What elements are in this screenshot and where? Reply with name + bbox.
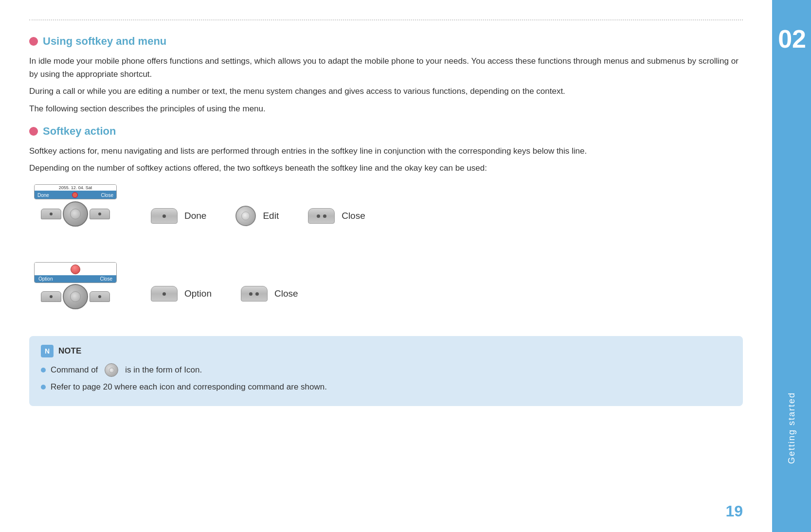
softkey-dot: [162, 214, 166, 218]
section1-title-text: Using softkey and menu: [43, 35, 166, 48]
phone-close-label: Close: [101, 193, 113, 198]
softkey-option-label: Option: [184, 288, 212, 299]
page-number: 19: [725, 502, 743, 520]
section1-para2: During a call or while you are editing a…: [29, 85, 743, 98]
phone-icon-circle: [72, 192, 78, 198]
dot-1: [317, 214, 320, 218]
section1-para3: The following section describes the prin…: [29, 102, 743, 115]
note-bullet-2: [41, 385, 46, 390]
option-left-label: Option: [38, 276, 53, 282]
note-header: N NOTE: [41, 345, 729, 357]
softkey-edit-label: Edit: [263, 211, 279, 221]
key-done: Done: [151, 208, 206, 224]
softkey-done-icon: [151, 208, 178, 224]
note-bullet-1: [41, 368, 46, 372]
option-icon-row: [35, 263, 116, 275]
note-title: NOTE: [58, 346, 81, 356]
main-content: Using softkey and menu In idle mode your…: [0, 0, 772, 532]
ok-inline-icon: [105, 363, 118, 377]
phone-left-softkey: [41, 209, 61, 219]
section1-bullet: [29, 37, 38, 46]
phone-screen-1: 2055. 12. 04. Sat Done Close: [34, 184, 117, 199]
key-option: Option: [151, 286, 212, 301]
softkey-close-label: Close: [342, 211, 365, 221]
page-container: Using softkey and menu In idle mode your…: [0, 0, 811, 532]
note-icon: N: [41, 345, 54, 357]
section-softkey-action: Softkey action Softkey actions for, menu…: [29, 125, 743, 406]
section2-title: Softkey action: [29, 125, 743, 138]
softkey-done-label: Done: [184, 211, 206, 221]
option-icon: [71, 265, 80, 274]
section1-para1: In idle mode your mobile phone offers fu…: [29, 54, 743, 81]
phone-row-2: Option Close: [29, 262, 743, 325]
softkey-option-icon: [151, 286, 178, 301]
phone-left-softkey-2: [41, 291, 61, 302]
section2-title-text: Softkey action: [43, 125, 116, 138]
dot-2: [323, 214, 326, 218]
sidebar-label: Getting started: [787, 392, 797, 464]
softkey-close2-label: Close: [274, 288, 298, 299]
softkey-option-dot: [162, 292, 166, 296]
note-text-2: Refer to page 20 where each icon and cor…: [51, 381, 327, 393]
phone-screen-2: Option Close: [34, 262, 117, 283]
phone-keypad-2: [41, 284, 110, 309]
phone-nav-circle-2: [63, 284, 88, 309]
softkey-close-icon: [308, 208, 335, 224]
key-close-2: Close: [241, 286, 298, 301]
section2-bullet: [29, 127, 38, 136]
option-right-label: Close: [100, 276, 112, 282]
section-using-softkey: Using softkey and menu In idle mode your…: [29, 35, 743, 115]
note-item-2: Refer to page 20 where each icon and cor…: [41, 381, 729, 393]
phone-nav-inner-2: [70, 291, 81, 302]
phone-row-1: 2055. 12. 04. Sat Done Close: [29, 184, 743, 248]
note-box: N NOTE Command of is in the form of Icon…: [29, 336, 743, 406]
note-text-before-icon: Command of: [51, 364, 98, 376]
phone-keypad-1: [41, 201, 110, 227]
phone-right-softkey-2: [90, 291, 110, 302]
section1-title: Using softkey and menu: [29, 35, 743, 48]
phone-nav-inner: [70, 209, 81, 219]
ok-inline-inner: [109, 368, 114, 373]
note-item-1: Command of is in the form of Icon.: [41, 363, 729, 377]
phone-mockup-1: 2055. 12. 04. Sat Done Close: [29, 184, 122, 248]
option-screen-header: Option Close: [35, 275, 116, 283]
softkey-two-dots-2: [249, 292, 259, 296]
ok-btn-icon: [235, 206, 256, 226]
key-edit: Edit: [235, 206, 279, 226]
phone-date: 2055. 12. 04. Sat: [35, 185, 116, 191]
section2-para1: Softkey actions for, menu navigating and…: [29, 144, 743, 158]
phone-mockup-2: Option Close: [29, 262, 122, 325]
softkey-two-dots: [317, 214, 326, 218]
phone-done-label: Done: [37, 193, 49, 198]
phone-screen-header-1: Done Close: [35, 191, 116, 199]
phone-nav-circle: [63, 201, 88, 227]
sidebar: 02 Getting started: [772, 0, 811, 532]
dot-3: [249, 292, 252, 296]
key-close: Close: [308, 208, 365, 224]
section2-para2: Depending on the number of softkey actio…: [29, 161, 743, 175]
note-text-after-icon: is in the form of Icon.: [125, 364, 202, 376]
softkey-close2-icon: [241, 286, 268, 301]
ok-btn-inner: [241, 212, 250, 220]
sidebar-chapter-number: 02: [778, 24, 806, 53]
phone-right-softkey: [90, 209, 110, 219]
dot-4: [255, 292, 259, 296]
top-divider: [29, 19, 743, 20]
